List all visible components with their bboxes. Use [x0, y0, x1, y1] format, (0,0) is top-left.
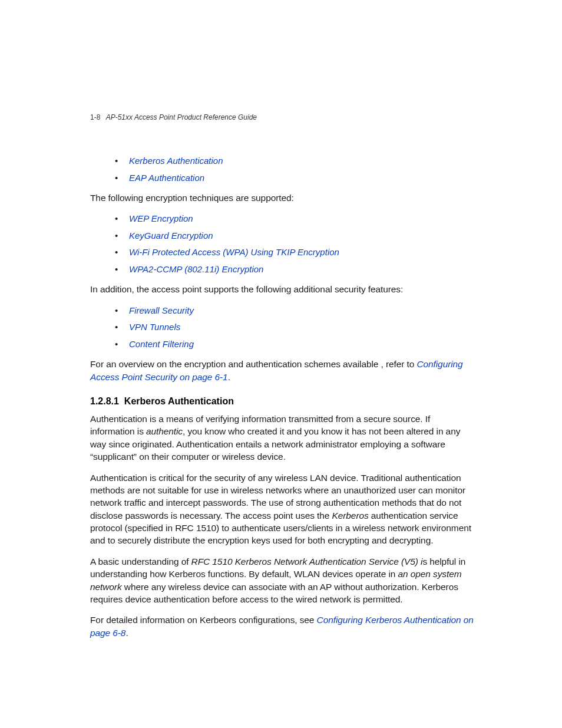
list-item: Content Filtering: [115, 338, 474, 351]
authentication-list: Kerberos Authentication EAP Authenticati…: [90, 154, 474, 185]
link-wpa-tkip[interactable]: Wi-Fi Protected Access (WPA) Using TKIP …: [129, 247, 339, 257]
p3a: A basic understanding of: [90, 556, 191, 566]
document-page: 1-8 AP-51xx Access Point Product Referen…: [0, 0, 562, 639]
link-wpa2-ccmp[interactable]: WPA2-CCMP (802.11i) Encryption: [129, 264, 263, 274]
p4c: .: [125, 628, 128, 638]
list-item: WEP Encryption: [115, 212, 474, 226]
list-item: Firewall Security: [115, 304, 474, 318]
link-eap-auth[interactable]: EAP Authentication: [129, 173, 204, 183]
p3b: RFC 1510 Kerberos Network Authentication…: [191, 556, 423, 566]
link-content-filtering[interactable]: Content Filtering: [129, 339, 194, 349]
paragraph-1: Authentication is a means of verifying i…: [90, 413, 474, 463]
link-keyguard[interactable]: KeyGuard Encryption: [129, 230, 213, 241]
section-heading: 1.2.8.1 Kerberos Authentication: [90, 396, 474, 407]
additional-intro: In addition, the access point supports t…: [90, 283, 474, 295]
list-item: WPA2-CCMP (802.11i) Encryption: [115, 263, 474, 276]
section-title: Kerberos Authentication: [124, 396, 234, 406]
overview-post: .: [228, 372, 230, 382]
paragraph-3: A basic understanding of RFC 1510 Kerber…: [90, 555, 474, 606]
link-vpn[interactable]: VPN Tunnels: [129, 322, 180, 332]
additional-list: Firewall Security VPN Tunnels Content Fi…: [90, 304, 474, 351]
link-firewall[interactable]: Firewall Security: [129, 305, 194, 315]
list-item: KeyGuard Encryption: [115, 229, 474, 243]
paragraph-2: Authentication is critical for the secur…: [90, 472, 474, 547]
p4a: For detailed information on Kerbeors con…: [90, 615, 317, 625]
list-item: EAP Authentication: [115, 172, 474, 185]
section-number: 1.2.8.1: [90, 396, 119, 406]
p1b: authentic: [146, 426, 183, 436]
paragraph-4: For detailed information on Kerbeors con…: [90, 614, 474, 639]
list-item: VPN Tunnels: [115, 321, 474, 334]
link-kerberos-auth[interactable]: Kerberos Authentication: [129, 156, 223, 166]
encryption-list: WEP Encryption KeyGuard Encryption Wi-Fi…: [90, 212, 474, 276]
p3e: where any wireless device can associate …: [90, 582, 458, 604]
p2b: Kerberos: [332, 510, 369, 521]
guide-title: AP-51xx Access Point Product Reference G…: [106, 113, 257, 121]
list-item: Wi-Fi Protected Access (WPA) Using TKIP …: [115, 246, 474, 259]
overview-pre: For an overview on the encryption and au…: [90, 359, 416, 369]
encryption-intro: The following encryption techniques are …: [90, 192, 474, 204]
overview-paragraph: For an overview on the encryption and au…: [90, 358, 474, 383]
page-number: 1-8: [90, 113, 100, 121]
page-header: 1-8 AP-51xx Access Point Product Referen…: [90, 113, 474, 121]
list-item: Kerberos Authentication: [115, 154, 474, 168]
link-wep[interactable]: WEP Encryption: [129, 213, 193, 223]
